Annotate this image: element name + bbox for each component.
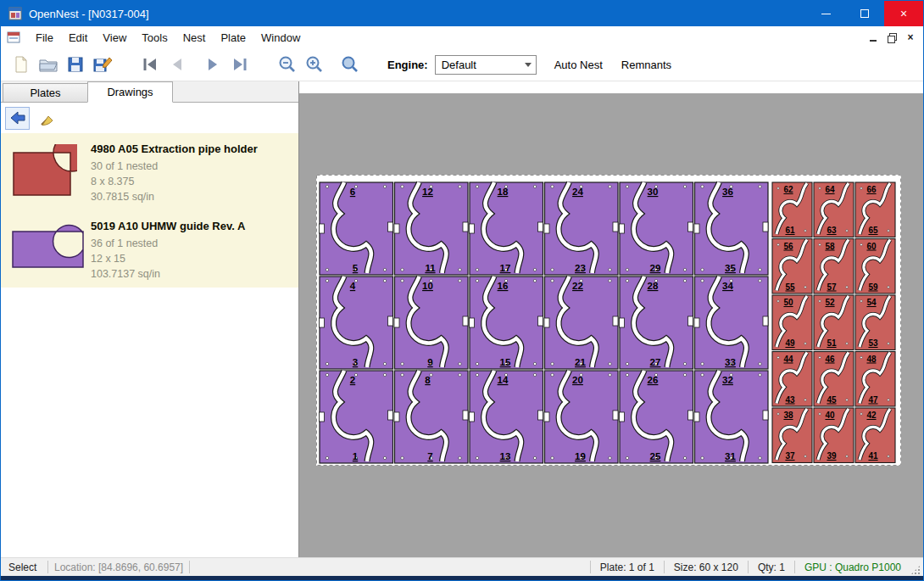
nested-part-pair-purple[interactable]: 3433 xyxy=(694,277,768,369)
svg-text:59: 59 xyxy=(868,282,878,292)
svg-text:18: 18 xyxy=(498,187,509,197)
nest-canvas[interactable]: 6512111817242330293635431091615222128273… xyxy=(299,81,923,557)
svg-text:37: 37 xyxy=(785,451,795,461)
svg-text:65: 65 xyxy=(868,226,878,235)
close-button[interactable]: × xyxy=(884,1,923,26)
minimize-button[interactable] xyxy=(806,1,845,26)
new-button[interactable] xyxy=(8,52,35,77)
mdi-minimize-button[interactable] xyxy=(864,29,882,46)
menu-item-nest[interactable]: Nest xyxy=(175,31,214,44)
engine-select[interactable]: Default xyxy=(435,55,537,75)
drawing-thumbnail-red xyxy=(9,139,91,204)
save-button[interactable] xyxy=(62,52,89,77)
svg-text:46: 46 xyxy=(825,355,835,364)
next-plate-button[interactable] xyxy=(199,52,226,77)
svg-text:31: 31 xyxy=(725,451,736,461)
close-icon: × xyxy=(900,7,907,20)
nested-part-pair-red[interactable]: 4645 xyxy=(814,352,854,407)
nested-part-pair-red[interactable]: 6665 xyxy=(855,182,895,237)
nested-part-pair-red[interactable]: 5655 xyxy=(772,239,812,294)
zoom-out-icon xyxy=(278,55,297,74)
maximize-icon xyxy=(860,9,869,18)
svg-text:54: 54 xyxy=(866,298,877,307)
nested-part-pair-purple[interactable]: 2827 xyxy=(620,277,693,369)
menu-item-tools[interactable]: Tools xyxy=(134,31,175,44)
drawing-list-item[interactable]: 4980 A05 Extraction pipe holder 30 of 1 … xyxy=(1,133,298,210)
svg-text:48: 48 xyxy=(866,355,877,364)
auto-nest-button[interactable]: Auto Nest xyxy=(545,53,612,76)
menu-item-plate[interactable]: Plate xyxy=(213,31,253,44)
main-toolbar: Engine: Default Auto Nest Remnants xyxy=(1,48,923,81)
tab-plates[interactable]: Plates xyxy=(3,83,88,102)
svg-text:19: 19 xyxy=(575,451,586,461)
clean-button[interactable] xyxy=(34,107,58,130)
nested-part-pair-red[interactable]: 5453 xyxy=(855,295,895,350)
previous-plate-button[interactable] xyxy=(164,52,191,77)
nested-part-pair-purple[interactable]: 2423 xyxy=(544,182,618,275)
nested-part-pair-purple[interactable]: 2625 xyxy=(620,371,693,463)
nested-part-pair-red[interactable]: 4847 xyxy=(855,352,895,407)
menu-item-edit[interactable]: Edit xyxy=(61,31,95,44)
nested-part-pair-red[interactable]: 4241 xyxy=(855,408,895,463)
nested-part-pair-red[interactable]: 5857 xyxy=(814,239,854,294)
save-as-button[interactable] xyxy=(89,52,116,77)
chevron-down-icon[interactable] xyxy=(521,56,536,74)
nested-part-pair-purple[interactable]: 109 xyxy=(394,277,468,369)
nested-part-pair-purple[interactable]: 3029 xyxy=(620,182,693,275)
nested-part-pair-red[interactable]: 3837 xyxy=(772,408,812,463)
drawing-size: 8 x 8.375 xyxy=(91,174,293,189)
nested-part-pair-red[interactable]: 4443 xyxy=(772,352,812,407)
first-plate-button[interactable] xyxy=(136,52,164,77)
nested-part-pair-purple[interactable]: 1211 xyxy=(394,182,468,275)
remnants-button[interactable]: Remnants xyxy=(612,53,681,76)
nest-plate[interactable]: 6512111817242330293635431091615222128273… xyxy=(316,175,901,466)
maximize-button[interactable] xyxy=(845,1,884,26)
open-button[interactable] xyxy=(35,52,62,77)
nested-part-pair-purple[interactable]: 3635 xyxy=(694,182,768,275)
svg-text:33: 33 xyxy=(725,357,736,367)
zoom-in-button[interactable] xyxy=(301,52,328,77)
svg-text:66: 66 xyxy=(866,185,877,194)
back-arrow-icon xyxy=(9,110,26,126)
drawing-size: 12 x 15 xyxy=(91,251,293,266)
last-plate-button[interactable] xyxy=(226,52,253,77)
nested-part-pair-red[interactable]: 6059 xyxy=(855,239,895,294)
svg-text:42: 42 xyxy=(866,411,877,420)
zoom-out-button[interactable] xyxy=(274,52,301,77)
nested-part-pair-purple[interactable]: 1817 xyxy=(470,182,543,275)
zoom-fit-button[interactable] xyxy=(337,52,364,77)
nested-part-pair-purple[interactable]: 87 xyxy=(394,371,468,463)
menu-item-window[interactable]: Window xyxy=(253,31,308,44)
svg-text:49: 49 xyxy=(785,338,795,348)
menu-items: FileEditViewToolsNestPlateWindow xyxy=(28,31,308,44)
nested-part-pair-red[interactable]: 6463 xyxy=(814,182,854,237)
resize-grip-icon[interactable] xyxy=(910,564,921,576)
window-title: OpenNest - [N0317-004] xyxy=(29,8,149,20)
nested-part-pair-red[interactable]: 5049 xyxy=(772,295,812,350)
nested-part-pair-purple[interactable]: 1615 xyxy=(470,277,543,369)
svg-text:14: 14 xyxy=(498,375,509,385)
mdi-close-button[interactable]: × xyxy=(901,29,920,46)
nested-part-pair-purple[interactable]: 1413 xyxy=(470,371,543,463)
tab-drawings[interactable]: Drawings xyxy=(87,81,173,103)
svg-text:16: 16 xyxy=(498,281,509,291)
nested-part-pair-purple[interactable]: 3231 xyxy=(694,371,768,463)
nested-part-pair-purple[interactable]: 43 xyxy=(320,277,393,369)
app-icon xyxy=(8,7,22,20)
menu-item-view[interactable]: View xyxy=(95,31,134,44)
replace-drawing-button[interactable] xyxy=(5,107,30,130)
nested-part-pair-red[interactable]: 4039 xyxy=(814,408,854,463)
mdi-restore-button[interactable] xyxy=(882,29,901,46)
nested-part-pair-red[interactable]: 5251 xyxy=(814,295,854,350)
menu-item-file[interactable]: File xyxy=(28,31,61,44)
nested-part-pair-purple[interactable]: 2221 xyxy=(544,277,618,369)
nested-part-pair-red[interactable]: 6261 xyxy=(772,182,812,237)
nested-part-pair-purple[interactable]: 65 xyxy=(320,182,393,275)
svg-text:55: 55 xyxy=(785,282,795,292)
nested-part-pair-purple[interactable]: 21 xyxy=(320,371,393,463)
bottom-edge xyxy=(1,576,923,580)
svg-text:43: 43 xyxy=(785,395,795,405)
drawing-list-item[interactable]: 5019 A10 UHMW guide Rev. A 36 of 1 neste… xyxy=(1,210,298,288)
drawing-thumbnail-purple xyxy=(9,216,91,282)
nested-part-pair-purple[interactable]: 2019 xyxy=(544,371,618,463)
